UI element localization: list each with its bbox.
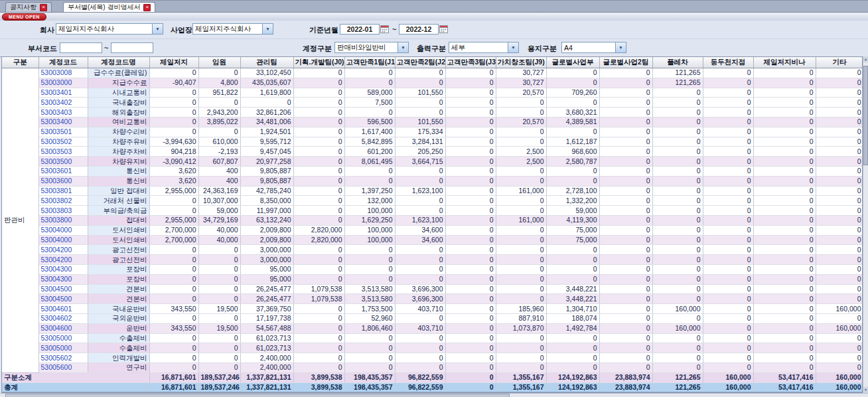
account-code[interactable]: 53003801 xyxy=(38,186,88,196)
output-type-select[interactable]: 세부 ▼ xyxy=(449,42,519,53)
account-code[interactable]: 53004300 xyxy=(38,274,88,284)
table-row[interactable]: 53003800접대비2,955,00034,729,16963,132,240… xyxy=(2,215,863,225)
table-row[interactable]: 53003600통신비3,6204009,805,88700000000000 xyxy=(2,176,863,186)
account-code[interactable]: 53004000 xyxy=(38,235,88,245)
account-code[interactable]: 53004200 xyxy=(38,245,88,255)
vertical-scrollbar-thumb[interactable] xyxy=(863,66,868,165)
table-row[interactable]: 53004601국내운반비343,55019,50037,369,75001,7… xyxy=(2,304,863,314)
account-code[interactable]: 53003803 xyxy=(38,206,88,216)
column-header[interactable]: 글로벌사업부 xyxy=(546,57,599,68)
table-row[interactable]: 53004500견본비0026,245,4771,079,5383,513,58… xyxy=(2,294,863,304)
column-header[interactable]: 글로벌사업2팀 xyxy=(599,57,652,68)
table-row[interactable]: 53003500차량유지비-3,090,412607,80720,977,258… xyxy=(2,157,863,167)
account-code[interactable]: 53003502 xyxy=(38,137,88,147)
account-code[interactable]: 53004601 xyxy=(38,304,88,314)
table-row[interactable]: 53003402국내출장비00007,500000000000 xyxy=(2,98,863,108)
account-code[interactable]: 53003400 xyxy=(38,117,88,127)
table-row[interactable]: 53004200광고선전비003,000,00000000000000 xyxy=(2,245,863,255)
date-to-input[interactable] xyxy=(399,24,439,35)
scroll-down-icon[interactable]: ▼ xyxy=(863,387,868,393)
account-code[interactable]: 53003802 xyxy=(38,196,88,206)
account-code[interactable]: 53003000 xyxy=(38,78,88,88)
account-code[interactable]: 53004500 xyxy=(38,294,88,304)
table-row[interactable]: 53003803부의금/축의금059,00011,997,0000100,000… xyxy=(2,206,863,216)
table-row[interactable]: 53003401시내교통비0951,8221,619,8000589,00010… xyxy=(2,88,863,98)
column-header[interactable]: 계정코드명 xyxy=(88,57,149,68)
column-header[interactable]: 고객만족1팀(J1) xyxy=(344,57,395,68)
subtotal-row[interactable]: 구분소계16,871,601189,537,2461,337,821,1313,… xyxy=(2,372,863,382)
horizontal-scrollbar-thumb[interactable] xyxy=(5,394,510,397)
total-row[interactable]: 총계16,871,601189,537,2461,337,821,1313,89… xyxy=(2,382,863,392)
table-row[interactable]: 53003503차량주차비904,218-2,1939,457,0450601,… xyxy=(2,147,863,157)
tab-expense-report[interactable]: 부서별(세목) 경비명세서 × xyxy=(63,2,155,12)
column-header[interactable]: 제일저지 xyxy=(149,57,198,68)
menu-open-button[interactable]: MENU OPEN xyxy=(2,13,46,21)
table-row[interactable]: 53004300포장비0095,00000000000000 xyxy=(2,264,863,274)
close-icon[interactable]: × xyxy=(40,4,47,11)
account-code[interactable]: 53003403 xyxy=(38,108,88,118)
table-row[interactable]: 53003802거래처 선물비010,307,0008,350,0000132,… xyxy=(2,196,863,206)
table-row[interactable]: 53003400여비교통비03,895,02234,481,0060596,50… xyxy=(2,117,863,127)
tab-notice[interactable]: 공지사항 × xyxy=(5,2,52,12)
close-icon[interactable]: × xyxy=(143,4,151,11)
scroll-up-icon[interactable]: ▲ xyxy=(863,56,868,62)
account-code[interactable]: 53005000 xyxy=(38,333,88,343)
account-code[interactable]: 53005602 xyxy=(38,353,88,363)
dept-from-input[interactable] xyxy=(60,42,102,53)
account-code[interactable]: 53003503 xyxy=(38,147,88,157)
column-header[interactable]: 기획.개발팀(J0) xyxy=(293,57,344,68)
worksite-select[interactable]: 제일저지주식회사 ▼ xyxy=(192,23,273,35)
account-code[interactable]: 53004300 xyxy=(38,264,88,274)
column-header[interactable]: 임원 xyxy=(198,57,240,68)
company-select[interactable]: 제일저지주식회사 ▼ xyxy=(56,23,163,35)
table-row[interactable]: 53004000도서인쇄비2,700,00040,0002,009,8002,8… xyxy=(2,225,863,235)
account-code[interactable]: 53003008 xyxy=(38,68,88,78)
column-header[interactable]: 동두천지점 xyxy=(703,57,753,68)
date-from-input[interactable] xyxy=(340,24,380,35)
calendar-icon[interactable] xyxy=(439,24,449,33)
account-code[interactable]: 53003501 xyxy=(38,127,88,137)
dept-to-input[interactable] xyxy=(111,42,153,53)
column-header[interactable]: 고객만족3팀(J3) xyxy=(445,57,496,68)
table-row[interactable]: 판관비53003008급수수료(클레임)0033,102,450000030,7… xyxy=(2,68,863,78)
column-header[interactable]: 계정코드 xyxy=(38,57,88,68)
table-row[interactable]: 53004602국외운반비0017,197,738052,96000887,91… xyxy=(2,313,863,323)
column-header[interactable]: 고객만족2팀(J2) xyxy=(395,57,445,68)
account-code[interactable]: 53003401 xyxy=(38,88,88,98)
account-code[interactable]: 53004500 xyxy=(38,284,88,294)
table-row[interactable]: 53003601통신비3,6204009,805,88700000000000 xyxy=(2,166,863,176)
account-code[interactable]: 53005000 xyxy=(38,343,88,353)
account-code[interactable]: 53003500 xyxy=(38,157,88,167)
column-header[interactable]: 플레차 xyxy=(652,57,703,68)
table-row[interactable]: 53004600운반비343,55019,50054,567,48801,806… xyxy=(2,323,863,333)
table-row[interactable]: 53005000수출제비0061,023,71300000000000 xyxy=(2,343,863,353)
account-code[interactable]: 53003402 xyxy=(38,98,88,108)
column-header[interactable]: 구분 xyxy=(2,57,38,68)
table-row[interactable]: 53004200광고선전비003,000,00000000000000 xyxy=(2,255,863,265)
account-code[interactable]: 53004000 xyxy=(38,225,88,235)
table-row[interactable]: 53004300포장비0095,00000000000000 xyxy=(2,274,863,284)
table-row[interactable]: 53005000수출제비0061,023,71300000000000 xyxy=(2,333,863,343)
table-row[interactable]: 53004500견본비0026,245,4771,079,5383,513,58… xyxy=(2,284,863,294)
account-code[interactable]: 53004200 xyxy=(38,255,88,265)
table-row[interactable]: 53005600연구비002,400,00000000000000 xyxy=(2,362,863,372)
table-row[interactable]: 53003502차량주유비-3,994,630610,0009,595,7120… xyxy=(2,137,863,147)
horizontal-scrollbar[interactable] xyxy=(0,393,868,397)
column-header[interactable]: 제일저지비나 xyxy=(753,57,816,68)
table-row[interactable]: 53003801일반 접대비2,955,00024,363,16942,785,… xyxy=(2,186,863,196)
paper-type-select[interactable]: A4 ▼ xyxy=(561,42,626,53)
account-code[interactable]: 53004602 xyxy=(38,313,88,323)
table-row[interactable]: 53003000지급수수료-90,4074,800435,035,6070000… xyxy=(2,78,863,88)
account-code[interactable]: 53003800 xyxy=(38,215,88,225)
table-row[interactable]: 53004000도서인쇄비2,700,00040,0002,009,8002,8… xyxy=(2,235,863,245)
column-header[interactable]: 관리팀 xyxy=(240,57,293,68)
table-row[interactable]: 53005602인력개발비002,400,00000000000000 xyxy=(2,353,863,363)
account-code[interactable]: 53005600 xyxy=(38,362,88,372)
calendar-icon[interactable] xyxy=(380,24,390,33)
account-type-select[interactable]: 판매비와일반비 ▼ xyxy=(334,42,409,53)
column-header[interactable]: 기타 xyxy=(816,57,863,68)
vertical-scrollbar[interactable]: ▲ ▼ xyxy=(863,56,868,393)
column-header[interactable]: 가치창조팀(J9) xyxy=(496,57,546,68)
account-code[interactable]: 53004600 xyxy=(38,323,88,333)
account-code[interactable]: 53003601 xyxy=(38,166,88,176)
